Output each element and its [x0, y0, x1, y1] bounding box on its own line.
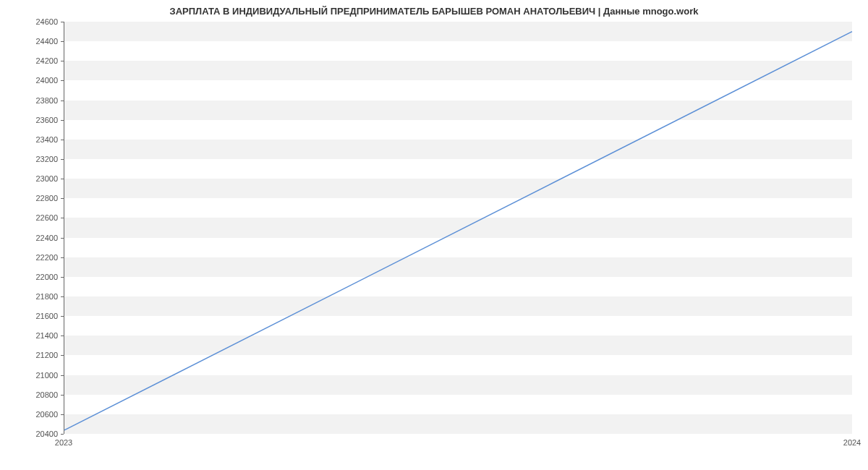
y-tick-label: 22800 — [0, 194, 58, 202]
y-tick-label: 24000 — [0, 76, 58, 85]
y-tick-label: 20600 — [0, 410, 58, 419]
y-tick-mark — [61, 434, 64, 435]
y-tick-label: 24200 — [0, 56, 58, 65]
y-tick-label: 21200 — [0, 351, 58, 359]
y-tick-label: 24400 — [0, 37, 58, 46]
y-tick-label: 20800 — [0, 390, 58, 399]
x-tick-label: 2023 — [55, 438, 72, 447]
y-tick-label: 21000 — [0, 371, 58, 380]
y-tick-label: 22000 — [0, 273, 58, 281]
y-tick-label: 21800 — [0, 292, 58, 301]
y-tick-label: 23400 — [0, 135, 58, 144]
y-tick-label: 23800 — [0, 96, 58, 105]
line-series — [64, 22, 852, 433]
plot-area — [64, 22, 852, 434]
y-tick-label: 22600 — [0, 213, 58, 222]
y-tick-label: 23200 — [0, 155, 58, 163]
y-tick-label: 22200 — [0, 253, 58, 262]
x-tick-label: 2024 — [843, 438, 861, 447]
series-line — [64, 32, 852, 430]
y-tick-label: 23000 — [0, 174, 58, 183]
y-tick-label: 20400 — [0, 430, 58, 438]
y-tick-label: 24600 — [0, 17, 58, 26]
y-tick-label: 22400 — [0, 234, 58, 242]
y-tick-label: 23600 — [0, 116, 58, 124]
y-tick-label: 21600 — [0, 312, 58, 320]
salary-line-chart: ЗАРПЛАТА В ИНДИВИДУАЛЬНЫЙ ПРЕДПРИНИМАТЕЛ… — [0, 0, 868, 470]
y-tick-label: 21400 — [0, 331, 58, 340]
chart-title: ЗАРПЛАТА В ИНДИВИДУАЛЬНЫЙ ПРЕДПРИНИМАТЕЛ… — [0, 6, 868, 17]
